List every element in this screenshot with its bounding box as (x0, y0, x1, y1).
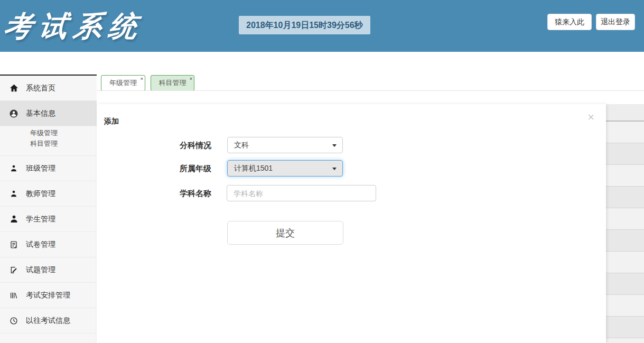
profile-circle-icon (8, 109, 20, 118)
field-label-subject-name: 学科名称 (161, 185, 211, 201)
app-logo: 考试系统 (1, 2, 177, 50)
sidebar-item-label: 试卷管理 (26, 240, 55, 249)
division-select-value: 文科 (234, 141, 249, 149)
person-badge-icon (8, 189, 20, 199)
sidebar-item-label: 试题管理 (26, 265, 55, 275)
yuan-lai-ru-ci-button[interactable]: 猿来入此 (547, 14, 592, 30)
home-icon (8, 84, 20, 93)
sidebar-item-past-exam-info[interactable]: 以往考试信息 (0, 308, 97, 333)
datetime-display: 2018年10月19日15时39分56秒 (239, 16, 370, 34)
sidebar-item-student-management[interactable]: 学生管理 (0, 207, 97, 232)
sidebar: 系统首页 基本信息 年级管理 科目管理 班级管理 教师管理 (0, 75, 97, 343)
field-label-division: 分科情况 (161, 137, 211, 153)
document-icon (8, 240, 20, 249)
logout-button[interactable]: 退出登录 (596, 14, 635, 30)
books-icon (8, 291, 20, 300)
sidebar-subitem-subject-management[interactable]: 科目管理 (0, 138, 97, 149)
sidebar-item-label: 以往考试信息 (26, 316, 70, 326)
sidebar-item-class-management[interactable]: 班级管理 (0, 156, 97, 181)
tabs-divider (97, 90, 644, 91)
tab-subject-management[interactable]: 科目管理 × (151, 75, 194, 91)
submit-button[interactable]: 提交 (227, 221, 343, 245)
chevron-down-icon (332, 168, 337, 170)
division-select[interactable]: 文科 (227, 137, 343, 153)
person-badge-icon (8, 164, 20, 173)
tab-label: 年级管理 (109, 79, 137, 87)
add-subject-panel: 添加 × 分科情况 文科 所属年级 计算机1501 学科名称 提交 (97, 104, 606, 343)
tab-label: 科目管理 (159, 79, 186, 87)
sidebar-item-exam-schedule-management[interactable]: 考试安排管理 (0, 283, 97, 308)
sidebar-subitem-grade-management[interactable]: 年级管理 (0, 128, 97, 138)
clock-icon (8, 316, 20, 326)
sidebar-item-label: 班级管理 (26, 164, 55, 173)
chevron-down-icon (332, 144, 337, 147)
field-label-grade: 所属年级 (161, 160, 211, 177)
sidebar-item-label: 系统首页 (26, 84, 55, 93)
sidebar-item-question-management[interactable]: 试题管理 (0, 257, 97, 283)
close-icon[interactable]: × (587, 112, 594, 123)
sidebar-item-label: 考试安排管理 (26, 291, 70, 300)
sidebar-item-label: 学生管理 (26, 215, 55, 224)
tab-close-icon[interactable]: × (190, 76, 192, 82)
exam-system-app: 考试系统 2018年10月19日15时39分56秒 猿来入此 退出登录 系统首页… (0, 0, 644, 343)
sidebar-item-home[interactable]: 系统首页 (0, 76, 97, 101)
sidebar-item-label: 基本信息 (26, 109, 55, 118)
tab-close-icon[interactable]: × (141, 76, 143, 82)
sidebar-submenu: 年级管理 科目管理 (0, 126, 97, 156)
sidebar-item-label: 教师管理 (26, 189, 55, 199)
grade-select[interactable]: 计算机1501 (227, 160, 343, 177)
tab-grade-management[interactable]: 年级管理 × (101, 75, 145, 91)
pencil-paper-icon (8, 265, 20, 275)
sidebar-item-basic-info[interactable]: 基本信息 (0, 101, 97, 126)
grade-select-value: 计算机1501 (234, 164, 273, 172)
panel-title: 添加 (104, 117, 119, 126)
sidebar-item-exam-paper-management[interactable]: 试卷管理 (0, 232, 97, 257)
subject-name-input[interactable] (227, 185, 376, 201)
app-header: 考试系统 2018年10月19日15时39分56秒 猿来入此 退出登录 (0, 0, 644, 52)
person-icon (8, 215, 20, 224)
sidebar-item-teacher-management[interactable]: 教师管理 (0, 181, 97, 207)
